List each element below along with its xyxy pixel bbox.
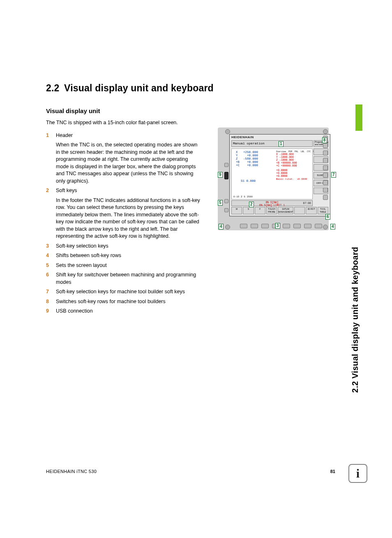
intro-text: The TNC is shipped with a 15-inch color … xyxy=(46,119,335,126)
right-bezel xyxy=(323,136,329,218)
list-title: Sets the screen layout xyxy=(56,262,202,269)
callout-7: 7 xyxy=(331,172,336,178)
bezel-button[interactable] xyxy=(224,208,228,212)
softkey[interactable]: DATUM MANAGEMENT xyxy=(278,207,293,214)
bezel-button[interactable] xyxy=(323,180,328,185)
bezel-button[interactable] xyxy=(323,158,328,163)
list-item: 1 Header When the TNC is on, the selecte… xyxy=(46,132,202,185)
side-tab-label: 2.2 Visual display unit and keyboard xyxy=(350,247,360,393)
list-title: Shifts between soft-key rows xyxy=(56,252,202,260)
bezel-button[interactable] xyxy=(323,188,328,192)
list-item: 3 Soft-key selection keys xyxy=(46,243,202,250)
callout-6: 6 xyxy=(325,214,330,220)
list-title: Switches soft-key rows for machine tool … xyxy=(56,298,202,306)
list-desc: In the footer the TNC indicates addition… xyxy=(56,197,202,240)
list-item: 2 Soft keys In the footer the TNC indica… xyxy=(46,187,202,240)
list-number: 2 xyxy=(46,187,52,240)
side-tab-accent xyxy=(355,104,362,131)
bottom-bezel xyxy=(229,224,333,230)
axis-readout: X +250.000 Y +0.000 Z -560.000 +B +0.000… xyxy=(236,151,258,167)
subheading: Visual display unit xyxy=(46,107,335,114)
clock: 07:08 xyxy=(303,202,311,205)
screw-icon xyxy=(323,129,328,134)
softkey[interactable]: 3D ROT xyxy=(306,207,316,214)
footer-left: HEIDENHAIN iTNC 530 xyxy=(46,469,97,474)
section-number: 2.2 xyxy=(46,82,64,94)
list-item: 9 USB connection xyxy=(46,308,202,315)
bezel-button[interactable] xyxy=(323,143,328,148)
figure-tnc-screen: HEIDENHAIN Manual operation Programming … xyxy=(211,128,335,237)
side-tab: 2.2 Visual display unit and keyboard xyxy=(348,81,362,247)
list-number: 4 xyxy=(46,252,52,260)
monitor-frame: HEIDENHAIN Manual operation Programming … xyxy=(218,128,329,230)
list-item: 7 Soft-key selection keys for machine to… xyxy=(46,288,202,296)
list-number: 7 xyxy=(46,288,52,296)
callout-1: 1 xyxy=(279,141,284,147)
callout-5: 5 xyxy=(218,200,223,206)
callout-3: 3 xyxy=(275,223,280,229)
list-title: Soft-key selection keys for machine tool… xyxy=(56,288,202,296)
brand-label: HEIDENHAIN xyxy=(231,135,254,139)
section-heading: 2.2Visual display unit and keyboard xyxy=(46,82,335,94)
bezel-button[interactable] xyxy=(323,165,328,170)
q-readout: 0:15 Z S 2500 xyxy=(233,195,253,198)
softkey[interactable]: TOUCH PROBE xyxy=(266,207,277,214)
info-icon: i xyxy=(348,464,367,483)
list-number: 3 xyxy=(46,243,52,250)
list-item: 6 Shift key for switchover between machi… xyxy=(46,271,202,286)
list-desc: When the TNC is on, the selected operati… xyxy=(56,141,202,185)
screen-body: X +250.000 Y +0.000 Z -560.000 +B +0.000… xyxy=(231,148,313,199)
callout-8: 8 xyxy=(322,137,327,143)
softkey[interactable] xyxy=(294,207,305,214)
list-number: 6 xyxy=(46,271,52,286)
bezel-button[interactable] xyxy=(323,195,328,200)
list-title: Soft-key selection keys xyxy=(56,243,202,250)
callout-2: 2 xyxy=(249,202,254,207)
bezel-button[interactable] xyxy=(304,224,311,228)
page-footer: HEIDENHAIN iTNC 530 81 xyxy=(46,469,335,474)
list-title: Shift key for switchover between machini… xyxy=(56,271,202,286)
left-bezel xyxy=(224,163,229,220)
softkey[interactable]: M xyxy=(231,207,242,214)
list-number: 9 xyxy=(46,308,52,315)
status-bar: 0% S[Nm] 0% S[Nm] LIMIT 1 07:08 xyxy=(231,200,313,206)
screw-icon xyxy=(225,129,230,134)
list-item: 5 Sets the screen layout xyxy=(46,262,202,269)
usb-port-icon[interactable] xyxy=(224,172,228,179)
callout-9: 9 xyxy=(218,172,223,178)
list-title: Header xyxy=(56,132,202,139)
list-title: USB connection xyxy=(56,308,202,315)
bezel-button[interactable] xyxy=(315,224,322,228)
callout-4-right: 4 xyxy=(330,224,335,230)
page-number: 81 xyxy=(330,469,335,474)
section-title: Visual display unit and keyboard xyxy=(64,83,214,93)
bezel-button[interactable] xyxy=(283,224,290,228)
bezel-button[interactable] xyxy=(293,224,301,228)
list-number: 8 xyxy=(46,298,52,306)
softkey-row: M S F TOUCH PROBE DATUM MANAGEMENT 3D RO… xyxy=(231,207,328,214)
softkey[interactable]: S xyxy=(243,207,254,214)
bezel-button[interactable] xyxy=(323,151,328,155)
callout-4-left: 4 xyxy=(219,224,224,230)
bezel-button[interactable] xyxy=(240,224,247,228)
bezel-button[interactable] xyxy=(261,224,269,228)
bezel-button[interactable] xyxy=(251,224,258,228)
numbered-list: 1 Header When the TNC is on, the selecte… xyxy=(46,132,202,315)
bezel-button[interactable] xyxy=(224,163,228,167)
list-number: 1 xyxy=(46,132,52,185)
bezel-button[interactable] xyxy=(224,199,228,203)
list-title: Soft keys xyxy=(56,187,202,195)
softkey[interactable]: F xyxy=(255,207,265,214)
list-item: 8 Switches soft-key rows for machine too… xyxy=(46,298,202,306)
s1-readout: S1 0.000 xyxy=(241,179,256,183)
bezel-button[interactable] xyxy=(323,173,328,178)
list-item: 4 Shifts between soft-key rows xyxy=(46,252,202,260)
list-number: 5 xyxy=(46,262,52,269)
header-left: Manual operation xyxy=(231,140,313,147)
